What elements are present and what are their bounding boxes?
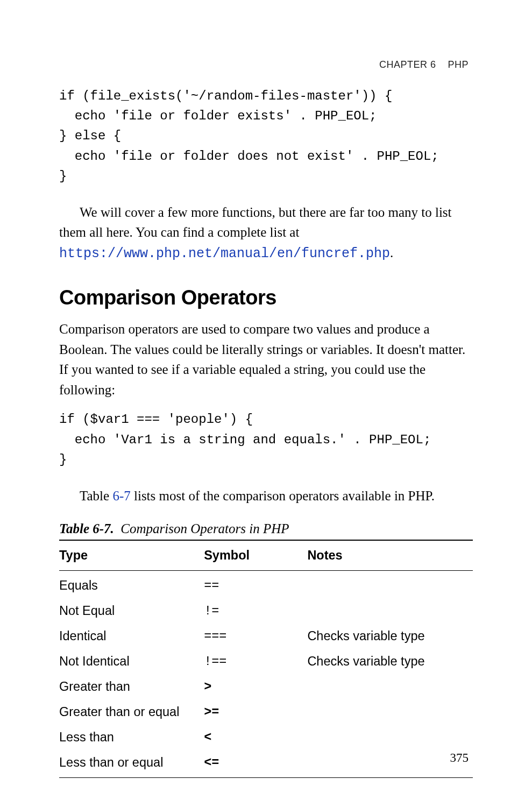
table-row: Equals== — [59, 570, 473, 598]
table-title: Comparison Operators in PHP — [120, 521, 289, 536]
chapter-subject: PHP — [448, 59, 469, 70]
cell-type: Equals — [59, 570, 204, 598]
code-block-2: if ($var1 === 'people') { echo 'Var1 is … — [59, 409, 473, 470]
table-row: Greater than or equal>= — [59, 699, 473, 725]
table-row: Greater than> — [59, 674, 473, 699]
table-row: Not Identical!==Checks variable type — [59, 649, 473, 674]
col-header-symbol: Symbol — [204, 540, 307, 571]
table-row: Identical===Checks variable type — [59, 624, 473, 649]
cell-symbol: !== — [204, 649, 307, 674]
page: CHAPTER 6PHP if (file_exists('~/random-f… — [0, 0, 532, 807]
cell-symbol: != — [204, 598, 307, 624]
section-heading: Comparison Operators — [59, 286, 473, 309]
funcref-link[interactable]: https://www.php.net/manual/en/funcref.ph… — [59, 246, 390, 261]
cell-notes: Checks variable type — [307, 624, 473, 649]
cell-symbol: < — [204, 725, 307, 750]
cell-type: Identical — [59, 624, 204, 649]
cell-symbol: === — [204, 624, 307, 649]
page-number: 375 — [450, 751, 469, 765]
table-label: Table 6-7. — [59, 521, 114, 536]
cell-notes — [307, 598, 473, 624]
col-header-notes: Notes — [307, 540, 473, 571]
comparison-operators-table: Type Symbol Notes Equals==Not Equal!=Ide… — [59, 540, 473, 778]
cell-notes — [307, 750, 473, 778]
text: lists most of the comparison operators a… — [131, 489, 435, 503]
cell-type: Less than — [59, 725, 204, 750]
paragraph-intro: Comparison operators are used to compare… — [59, 319, 473, 400]
cell-notes — [307, 570, 473, 598]
col-header-type: Type — [59, 540, 204, 571]
code-block-1: if (file_exists('~/random-files-master')… — [59, 86, 473, 186]
text: Table — [80, 489, 112, 503]
cell-type: Not Equal — [59, 598, 204, 624]
cell-symbol: == — [204, 570, 307, 598]
cell-type: Greater than or equal — [59, 699, 204, 725]
chapter-label: CHAPTER 6 — [379, 59, 436, 70]
cell-type: Not Identical — [59, 649, 204, 674]
cell-notes — [307, 699, 473, 725]
cell-symbol: >= — [204, 699, 307, 725]
table-caption: Table 6-7. Comparison Operators in PHP — [59, 521, 473, 536]
table-xref[interactable]: 6-7 — [112, 489, 130, 503]
cell-symbol: <= — [204, 750, 307, 778]
cell-notes — [307, 674, 473, 699]
cell-notes: Checks variable type — [307, 649, 473, 674]
text: We will cover a few more functions, but … — [59, 205, 452, 240]
cell-notes — [307, 725, 473, 750]
table-body: Equals==Not Equal!=Identical===Checks va… — [59, 570, 473, 777]
table-row: Less than< — [59, 725, 473, 750]
table-row: Not Equal!= — [59, 598, 473, 624]
running-header: CHAPTER 6PHP — [379, 59, 469, 70]
cell-symbol: > — [204, 674, 307, 699]
table-header-row: Type Symbol Notes — [59, 540, 473, 571]
cell-type: Greater than — [59, 674, 204, 699]
cell-type: Less than or equal — [59, 750, 204, 778]
paragraph-funcref: We will cover a few more functions, but … — [59, 202, 473, 264]
table-row: Less than or equal<= — [59, 750, 473, 778]
paragraph-tableref: Table 6-7 lists most of the comparison o… — [59, 486, 473, 506]
text: . — [390, 245, 393, 260]
